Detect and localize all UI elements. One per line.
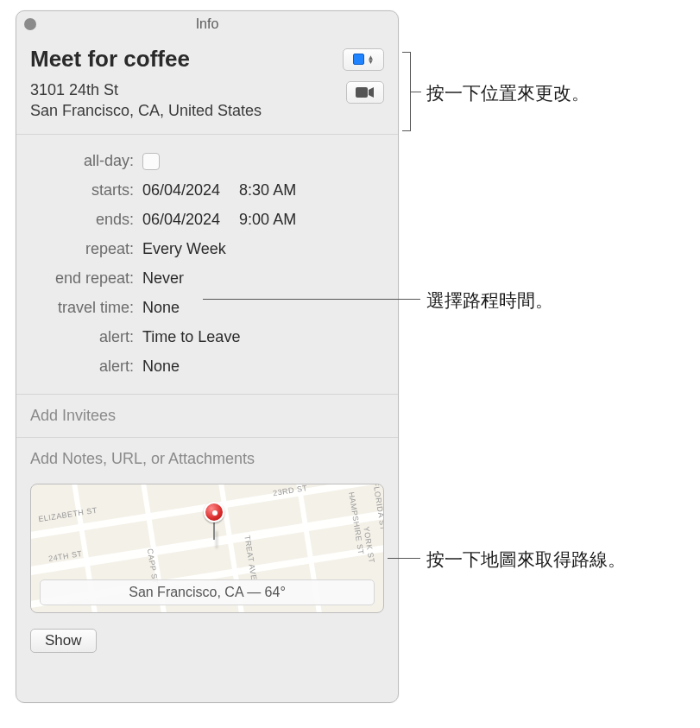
repeat-value[interactable]: Every Week [142, 240, 226, 258]
svg-rect-0 [356, 87, 368, 98]
ends-date[interactable]: 06/04/2024 [142, 211, 220, 229]
callout-line [388, 558, 420, 559]
chevron-updown-icon: ▲▼ [368, 55, 375, 64]
event-location[interactable]: 3101 24th St San Francisco, CA, United S… [30, 79, 262, 122]
alert2-row: alert: None [30, 352, 384, 382]
alert2-value[interactable]: None [142, 358, 180, 376]
starts-date[interactable]: 06/04/2024 [142, 181, 220, 199]
endrepeat-row: end repeat: Never [30, 264, 384, 294]
callout-line [411, 92, 421, 92]
repeat-row: repeat: Every Week [30, 235, 384, 264]
alert1-value[interactable]: Time to Leave [142, 328, 240, 346]
show-button[interactable]: Show [30, 629, 97, 653]
endrepeat-value[interactable]: Never [142, 269, 184, 288]
callout-map: 按一下地圖來取得路線。 [426, 548, 626, 572]
starts-label: starts: [30, 181, 142, 199]
map-footer-text: San Francisco, CA — 64° [129, 585, 286, 600]
callout-location: 按一下位置來更改。 [426, 81, 590, 105]
alert1-row: alert: Time to Leave [30, 323, 384, 352]
ends-row: ends: 06/04/2024 9:00 AM [30, 206, 384, 235]
repeat-label: repeat: [30, 240, 142, 258]
event-info-panel: Info Meet for coffee ▲▼ 3101 24th St San… [16, 10, 399, 703]
callout-traveltime: 選擇路程時間。 [426, 288, 553, 313]
endrepeat-label: end repeat: [30, 269, 142, 288]
notes-section[interactable]: Add Notes, URL, or Attachments [16, 438, 398, 475]
map-pin-icon [204, 502, 224, 540]
video-camera-icon [356, 86, 375, 98]
starts-time[interactable]: 8:30 AM [239, 181, 296, 199]
traveltime-value[interactable]: None [142, 299, 180, 317]
street-label: ELIZABETH ST [38, 505, 98, 523]
event-title[interactable]: Meet for coffee [30, 46, 190, 73]
allday-row: all-day: [30, 147, 384, 176]
location-line1: 3101 24th St [30, 79, 262, 100]
calendar-color-swatch [353, 54, 364, 65]
alert1-label: alert: [30, 328, 142, 346]
ends-label: ends: [30, 211, 142, 229]
show-row: Show [16, 613, 398, 668]
starts-row: starts: 06/04/2024 8:30 AM [30, 176, 384, 206]
event-header: Meet for coffee ▲▼ 3101 24th St San Fran… [16, 37, 398, 135]
traveltime-row: travel time: None [30, 294, 384, 323]
calendar-picker[interactable]: ▲▼ [343, 48, 384, 71]
event-fields: all-day: starts: 06/04/2024 8:30 AM ends… [16, 135, 398, 395]
street-label: FLORIDA ST [371, 484, 384, 531]
add-video-call-button[interactable] [346, 81, 384, 104]
notes-placeholder: Add Notes, URL, or Attachments [30, 450, 255, 467]
invitees-section[interactable]: Add Invitees [16, 395, 398, 438]
allday-checkbox[interactable] [142, 153, 160, 170]
traveltime-label: travel time: [30, 299, 142, 317]
alert2-label: alert: [30, 358, 142, 376]
map-thumbnail[interactable]: ELIZABETH ST 24TH ST 23RD ST HAMPSHIRE S… [30, 484, 384, 613]
ends-time[interactable]: 9:00 AM [239, 211, 296, 229]
close-icon[interactable] [24, 18, 36, 30]
window-titlebar: Info [16, 11, 398, 37]
invitees-placeholder: Add Invitees [30, 407, 116, 424]
allday-label: all-day: [30, 152, 142, 170]
callout-line [203, 299, 420, 300]
location-line2: San Francisco, CA, United States [30, 100, 262, 121]
map-footer: San Francisco, CA — 64° [40, 579, 375, 605]
map-container: ELIZABETH ST 24TH ST 23RD ST HAMPSHIRE S… [30, 484, 384, 613]
window-title: Info [196, 16, 219, 32]
street-label: YORK ST [362, 526, 376, 564]
callout-bracket [402, 52, 411, 131]
